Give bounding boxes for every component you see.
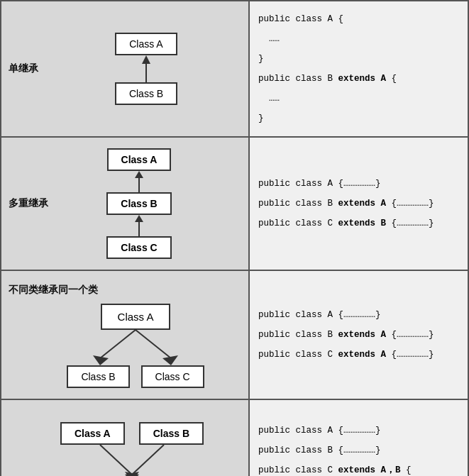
class-box-B-single: Class B [115, 82, 177, 105]
code-diff-2: public class B extends A {………………} [258, 328, 459, 342]
row-multi-chain: 多重继承 Class A Class B Class C public clas… [1, 138, 468, 271]
label-diff: 不同类继承同一个类 [9, 284, 98, 297]
label-single: 单继承 [9, 62, 38, 75]
arrows-unsupported [68, 445, 196, 477]
class-box-C-mc: Class C [106, 236, 171, 259]
code-us-2: public class B {………………} [258, 443, 459, 458]
right-single: public class A { …… } public class B ext… [250, 1, 468, 136]
class-box-B-mc: Class B [106, 192, 171, 215]
class-box-A-diff: Class A [101, 304, 171, 330]
row-single: 单继承 Class A Class B public class A { …… … [1, 1, 468, 138]
class-box-A-us: Class A [60, 422, 125, 445]
diagram-multi-chain: Class A Class B Class C [106, 148, 171, 259]
svg-line-6 [100, 330, 136, 358]
svg-marker-3 [135, 171, 143, 178]
arrow-single [140, 55, 152, 82]
code-single-5: …… [258, 92, 459, 106]
code-diff-3: public class C extends A {………………} [258, 348, 459, 362]
code-us-3: public class C extends A，B { [258, 463, 459, 476]
code-diff-1: public class A {………………} [258, 308, 459, 322]
code-single-6: } [258, 111, 459, 126]
code-single-4: public class B extends A { [258, 72, 459, 86]
class-box-C-diff: Class C [141, 365, 204, 388]
main-table: 单继承 Class A Class B public class A { …… … [0, 0, 469, 476]
diagram-diff: Class A Class B Class C [67, 304, 204, 388]
class-box-B-diff: Class B [67, 365, 129, 388]
right-diff: public class A {………………} public class B e… [250, 271, 468, 399]
diagram-unsupported: Class A Class B Class C [60, 422, 204, 477]
svg-line-10 [100, 445, 132, 475]
svg-marker-9 [162, 355, 178, 365]
left-unsupported: 多继承（不支持） Class A Class B Class C [1, 400, 250, 476]
arrow-mc-2 [133, 215, 145, 236]
code-single-3: } [258, 52, 459, 66]
svg-line-12 [132, 445, 164, 475]
diagram-single: Class A Class B [115, 33, 177, 105]
svg-line-8 [136, 330, 171, 358]
code-single-1: public class A { [258, 12, 459, 26]
code-us-1: public class A {………………} [258, 424, 459, 438]
left-single: 单继承 Class A Class B [1, 1, 250, 136]
class-box-B-us: Class B [139, 422, 204, 445]
row-unsupported: 多继承（不支持） Class A Class B Class C [1, 400, 468, 476]
bc-row-diff: Class B Class C [67, 365, 204, 388]
right-unsupported: public class A {………………} public class B {… [250, 400, 468, 476]
left-multi-chain: 多重继承 Class A Class B Class C [1, 138, 250, 270]
code-mc-3: public class C extends B {………………} [258, 216, 459, 231]
arrows-diff [79, 330, 192, 365]
svg-marker-5 [135, 215, 143, 222]
left-diff: 不同类继承同一个类 Class A Class B Class C [1, 271, 250, 399]
ab-row-unsupported: Class A Class B [60, 422, 204, 445]
class-box-A-single: Class A [115, 33, 177, 55]
svg-marker-1 [142, 55, 150, 64]
svg-marker-7 [93, 355, 109, 365]
class-box-A-mc: Class A [107, 148, 172, 171]
code-mc-1: public class A {………………} [258, 177, 459, 191]
right-multi-chain: public class A {………………} public class B e… [250, 138, 468, 270]
row-diff: 不同类继承同一个类 Class A Class B Class C [1, 271, 468, 400]
code-single-2: …… [258, 32, 459, 46]
code-mc-2: public class B extends A {………………} [258, 197, 459, 211]
label-multi-chain: 多重继承 [9, 197, 48, 210]
arrow-mc-1 [133, 171, 145, 192]
